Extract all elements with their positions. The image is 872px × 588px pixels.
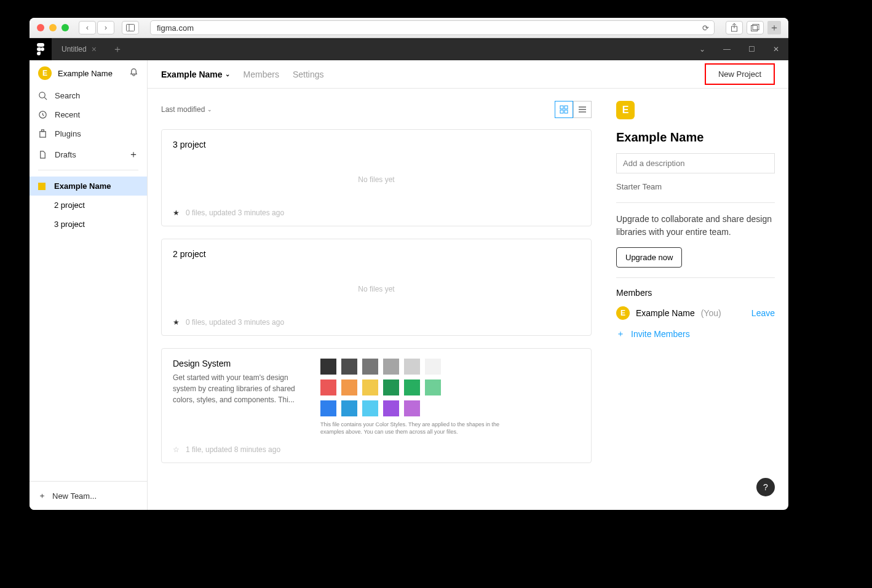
svg-point-6 xyxy=(39,92,45,98)
project-meta: 0 files, updated 3 minutes ago xyxy=(186,318,284,327)
sidebar-label: Plugins xyxy=(55,129,81,138)
reload-icon[interactable]: ⟳ xyxy=(702,23,709,33)
color-swatch xyxy=(383,400,399,416)
top-bar: Example Name ⌄ Members Settings New Proj… xyxy=(148,60,788,89)
svg-rect-0 xyxy=(127,25,135,31)
color-swatch xyxy=(341,400,357,416)
color-swatch xyxy=(383,379,399,395)
sidebar: E Example Name Search Recent Plugins Dr xyxy=(30,60,148,510)
help-button[interactable]: ? xyxy=(756,478,775,496)
tab-settings[interactable]: Settings xyxy=(293,70,324,79)
color-swatch xyxy=(320,379,336,395)
avatar: E xyxy=(38,66,52,80)
team-label: Example Name xyxy=(54,181,111,191)
members-heading: Members xyxy=(616,288,775,298)
chevron-down-icon[interactable]: ⌄ xyxy=(690,38,715,60)
svg-rect-10 xyxy=(42,130,44,132)
new-tab-button[interactable]: ＋ xyxy=(767,21,781,34)
color-swatch xyxy=(320,400,336,416)
file-tab[interactable]: Untitled × xyxy=(52,38,106,60)
minimize-icon[interactable]: — xyxy=(715,38,739,60)
grid-view-button[interactable] xyxy=(555,101,573,118)
member-you: (You) xyxy=(701,308,721,318)
svg-rect-4 xyxy=(753,25,759,30)
star-icon[interactable]: ★ xyxy=(173,318,180,327)
svg-rect-3 xyxy=(751,26,758,31)
tab-title: Untitled xyxy=(61,45,87,54)
upgrade-button[interactable]: Upgrade now xyxy=(616,247,682,268)
notifications-icon[interactable] xyxy=(129,68,138,79)
chevron-down-icon: ⌄ xyxy=(207,106,212,113)
empty-state: No files yet xyxy=(173,263,580,318)
swatches: This file contains your Color Styles. Th… xyxy=(320,359,505,435)
sidebar-project[interactable]: 3 project xyxy=(30,215,147,234)
design-system-card[interactable]: Design System Get started with your team… xyxy=(161,348,592,463)
divider xyxy=(616,202,775,203)
add-tab-button[interactable]: ＋ xyxy=(106,43,129,56)
close-tab-icon[interactable]: × xyxy=(92,44,97,54)
svg-point-5 xyxy=(41,47,44,51)
color-swatch xyxy=(404,359,420,375)
close-icon[interactable]: ✕ xyxy=(764,38,788,60)
maximize-icon[interactable]: ☐ xyxy=(739,38,764,60)
tabs-button[interactable] xyxy=(747,21,764,34)
divider xyxy=(38,170,138,170)
new-project-button[interactable]: New Project xyxy=(705,63,775,85)
project-title: 2 project xyxy=(173,249,580,259)
ds-title: Design System xyxy=(173,359,296,368)
color-swatch xyxy=(362,379,378,395)
sidebar-item-recent[interactable]: Recent xyxy=(30,105,147,124)
forward-button[interactable]: › xyxy=(97,21,114,34)
member-row: E Example Name (You) Leave xyxy=(616,306,775,320)
color-swatch xyxy=(362,400,378,416)
ds-desc: Get started with your team's design syst… xyxy=(173,372,296,405)
sidebar-label: Search xyxy=(55,91,80,100)
plugin-icon xyxy=(38,129,47,138)
new-team-button[interactable]: ＋ New Team... xyxy=(30,481,147,510)
sidebar-toggle-button[interactable] xyxy=(122,21,139,34)
plan-label: Starter Team xyxy=(616,182,775,191)
back-button[interactable]: ‹ xyxy=(79,21,96,34)
svg-rect-9 xyxy=(40,132,46,137)
close-window-icon[interactable] xyxy=(37,24,44,31)
invite-label: Invite Members xyxy=(631,329,690,339)
file-icon xyxy=(38,150,47,159)
url-bar[interactable]: figma.com ⟳ xyxy=(150,20,715,35)
svg-line-7 xyxy=(44,97,47,100)
project-card[interactable]: 2 project No files yet ★ 0 files, update… xyxy=(161,239,592,336)
sort-dropdown[interactable]: Last modified ⌄ xyxy=(161,105,212,114)
star-icon[interactable]: ★ xyxy=(173,209,180,217)
color-swatch xyxy=(341,379,357,395)
sidebar-item-search[interactable]: Search xyxy=(30,86,147,105)
empty-state: No files yet xyxy=(173,153,580,209)
tab-members[interactable]: Members xyxy=(244,70,279,79)
sidebar-project[interactable]: 2 project xyxy=(30,196,147,215)
minimize-window-icon[interactable] xyxy=(49,24,57,31)
upgrade-text: Upgrade to collaborate and share design … xyxy=(616,213,775,239)
swatch-note: This file contains your Color Styles. Th… xyxy=(320,421,505,435)
share-button[interactable] xyxy=(726,21,743,34)
figma-logo-icon[interactable] xyxy=(30,38,52,60)
plus-icon: ＋ xyxy=(38,490,46,501)
leave-link[interactable]: Leave xyxy=(751,308,775,318)
member-name: Example Name xyxy=(636,308,695,318)
svg-rect-12 xyxy=(565,106,568,109)
star-outline-icon[interactable]: ☆ xyxy=(173,445,180,454)
plus-icon: ＋ xyxy=(616,328,625,340)
list-view-button[interactable] xyxy=(573,101,592,118)
project-label: 2 project xyxy=(54,201,85,210)
sidebar-team[interactable]: Example Name xyxy=(30,177,147,196)
svg-rect-13 xyxy=(560,110,563,113)
sidebar-user[interactable]: E Example Name xyxy=(30,60,147,86)
breadcrumb-team[interactable]: Example Name ⌄ xyxy=(161,70,230,79)
description-input[interactable] xyxy=(616,153,775,173)
sidebar-label: Recent xyxy=(55,110,80,119)
browser-toolbar: ‹ › figma.com ⟳ ＋ xyxy=(30,18,788,38)
sidebar-item-drafts[interactable]: Drafts ＋ xyxy=(30,143,147,166)
team-name: Example Name xyxy=(616,130,775,145)
sidebar-item-plugins[interactable]: Plugins xyxy=(30,124,147,143)
project-card[interactable]: 3 project No files yet ★ 0 files, update… xyxy=(161,129,592,226)
invite-members-link[interactable]: ＋ Invite Members xyxy=(616,328,775,340)
maximize-window-icon[interactable] xyxy=(61,24,69,31)
add-draft-icon[interactable]: ＋ xyxy=(129,148,138,161)
